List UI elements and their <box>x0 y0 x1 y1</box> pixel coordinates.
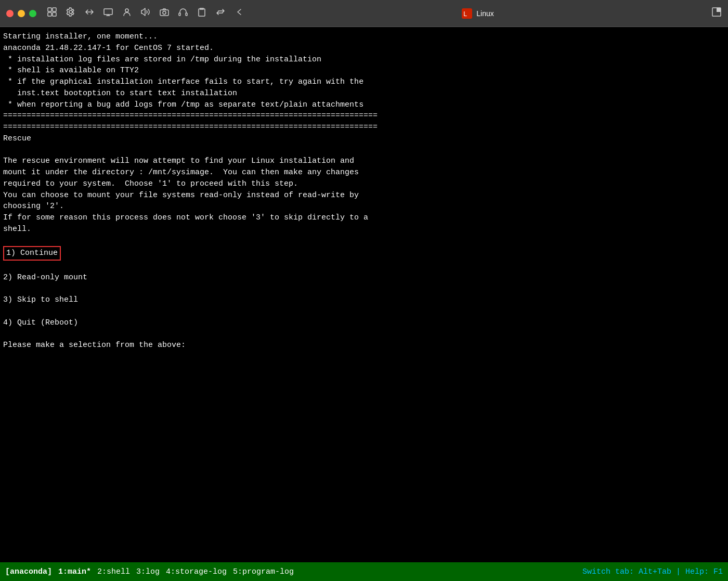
statusbar: [anaconda] 1:main* 2:shell 3:log 4:stora… <box>0 562 728 581</box>
statusbar-help: Switch tab: Alt+Tab | Help: F1 <box>582 567 723 576</box>
svg-rect-8 <box>179 13 180 16</box>
person-icon[interactable] <box>122 7 132 20</box>
status-anaconda[interactable]: [anaconda] <box>5 567 52 576</box>
svg-text:L: L <box>463 10 467 18</box>
window-title: Linux <box>476 9 493 18</box>
svg-rect-9 <box>186 13 187 16</box>
settings-icon[interactable] <box>66 7 76 20</box>
toolbar-icons <box>47 7 244 20</box>
minimize-button[interactable] <box>18 10 25 17</box>
screen-icon[interactable] <box>103 7 113 20</box>
linux-icon: L <box>462 8 472 19</box>
switch-icon[interactable] <box>215 7 226 20</box>
traffic-lights <box>6 10 36 17</box>
panel-icon[interactable] <box>47 7 57 20</box>
option1-highlight[interactable]: 1) Continue <box>3 246 61 261</box>
back-icon[interactable] <box>234 7 244 20</box>
statusbar-left: [anaconda] 1:main* 2:shell 3:log 4:stora… <box>5 567 582 576</box>
status-storage-log[interactable]: 4:storage-log <box>166 567 227 576</box>
svg-rect-1 <box>53 8 56 11</box>
svg-point-5 <box>125 9 128 12</box>
svg-rect-0 <box>48 8 51 11</box>
close-button[interactable] <box>6 10 14 17</box>
maximize-button[interactable] <box>29 10 36 17</box>
terminal-area[interactable]: Starting installer, one moment... anacon… <box>0 27 728 562</box>
titlebar-center: L Linux <box>244 8 711 19</box>
svg-rect-3 <box>53 12 56 16</box>
status-shell[interactable]: 2:shell <box>97 567 130 576</box>
sound-icon[interactable] <box>140 7 151 20</box>
svg-point-7 <box>163 11 166 15</box>
terminal-output: Starting installer, one moment... anacon… <box>3 31 725 351</box>
clipboard-icon[interactable] <box>197 7 207 20</box>
svg-rect-6 <box>160 10 168 16</box>
svg-rect-2 <box>48 12 51 16</box>
svg-rect-4 <box>104 9 112 15</box>
expand-icon[interactable] <box>711 7 722 20</box>
status-main[interactable]: 1:main* <box>58 567 91 576</box>
status-program-log[interactable]: 5:program-log <box>233 567 294 576</box>
svg-rect-10 <box>199 9 205 16</box>
headphone-icon[interactable] <box>178 7 188 20</box>
svg-rect-14 <box>717 8 721 12</box>
status-log[interactable]: 3:log <box>136 567 160 576</box>
arrows-icon[interactable] <box>84 7 95 20</box>
camera-icon[interactable] <box>159 7 170 20</box>
titlebar: L Linux <box>0 0 728 27</box>
